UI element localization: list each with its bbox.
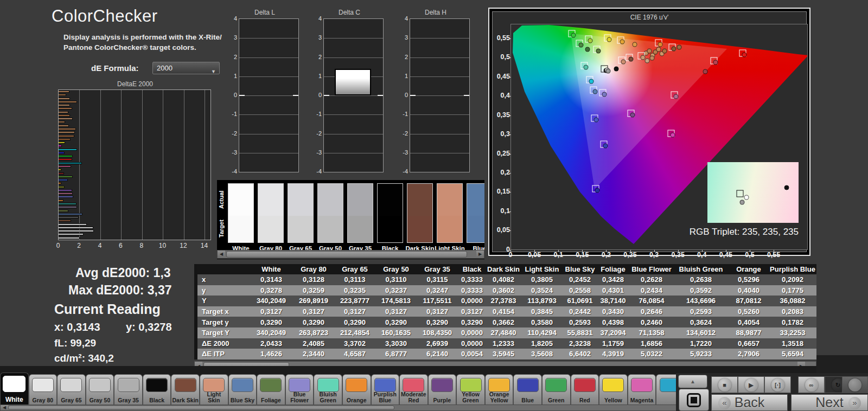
swatch-strip-scrollbar[interactable]: ◀ ▶ [217,250,484,259]
patch-tab-gray-35[interactable]: Gray 35 [114,374,143,404]
back-button-label: Back [735,395,765,410]
patch-tab-red[interactable]: Red [571,374,599,404]
table-cell: 0,2460 [629,318,674,326]
patch-tab-gray-50[interactable]: Gray 50 [86,374,114,404]
table-cell: 2,6939 [417,339,458,348]
blank-button[interactable] [842,376,868,393]
measured-circle [571,33,576,38]
table-cell: 134,6012 [674,329,728,337]
column-header: Light Skin [521,265,563,273]
patch-tab-yellow-green[interactable]: Yellow Green [456,374,485,404]
patch-tab-gray-65[interactable]: Gray 65 [57,374,86,404]
corner-filler [816,355,868,374]
patch-tab-orange[interactable]: Orange [342,374,371,404]
patch-color-chip [488,378,510,392]
row-label: x [197,275,250,284]
row-label: ΔE 2000 [197,339,250,348]
gridline [205,90,205,240]
scroll-right-icon[interactable]: ▶ [476,251,484,258]
patch-tab-black[interactable]: Black [143,374,171,404]
delta-e-bar [59,227,93,229]
white-point-prev-circle [739,200,744,204]
patch-tab-purple[interactable]: Purple [428,374,457,404]
cie-plot-area: RGB Triplet: 235, 235, 235 [510,24,808,250]
table-cell: 0,4154 [486,307,521,316]
patch-color-chip [374,378,396,392]
play-button[interactable]: ▶ [738,376,764,393]
cie-x-tick-label: 0,1 [553,251,563,259]
patch-tab-blue[interactable]: Blue [513,374,542,404]
patch-tab-magenta[interactable]: Magenta [628,374,656,404]
patch-tab-purplish-blue[interactable]: Purplish Blue [371,374,400,404]
scrollbar-thumb[interactable] [8,406,394,410]
interval-button[interactable]: [·] [764,376,791,393]
measured-circle [640,55,645,60]
gridline [239,76,298,77]
back-button[interactable]: « Back [711,394,788,411]
cie-y-tick-mark [509,154,511,155]
zero-line-tick [378,95,383,96]
table-cell: 0,2593 [563,318,597,326]
y-tick-label: 3 [400,34,408,41]
patch-tab-foliage[interactable]: Foliage [257,374,285,404]
scroll-left-icon[interactable]: ◀ [218,251,225,258]
gridline [410,95,469,96]
patch-tab-orange-yellow[interactable]: Orange Yellow [485,374,514,404]
patch-tab-moderate-red[interactable]: Moderate Red [399,374,428,404]
patch-tab-light-skin[interactable]: Light Skin [200,374,228,404]
next-button[interactable]: Next » [791,394,868,411]
table-cell: 5,6594 [769,350,816,358]
cie-y-tick-mark [509,211,511,212]
loop-icon: ∞ [805,378,818,391]
de-formula-dropdown[interactable]: 2000 ▼ [152,62,220,74]
table-cell: 0,3602 [486,286,521,294]
stop-button[interactable]: ■ [711,376,738,393]
scrollbar-thumb[interactable] [226,251,467,258]
table-cell: 36,0882 [769,297,816,305]
de-formula-value: 2000 [157,64,173,72]
patch-tab-dark-skin[interactable]: Dark Skin [171,374,200,404]
table-row: ΔE 20002,04332,40853,37023,30302,69390,0… [197,338,816,349]
back-arrow-icon: « [718,397,731,409]
delta-c-chart: Delta C 43210-1-2-3-4 [314,9,385,179]
loop-button[interactable]: ∞ [798,376,825,393]
table-row: ΔE ITP1,46262,34404,65876,87776,21400,00… [197,349,816,359]
cie-x-tick-label: 0,3 [649,251,659,259]
patch-tab-label: White [1,396,28,403]
table-cell: 212,4854 [334,329,375,337]
measured-circle [650,56,655,61]
table-cell: 0,3127 [458,307,486,316]
patch-color-chip [545,378,567,392]
table-cell: 0,4040 [728,286,769,294]
cie-y-tick-label: 0,4 [496,92,510,99]
cie-x-tick-label: 0,4 [697,251,706,259]
cie-x-tick-mark [654,250,655,252]
patch-tab-blue-flower[interactable]: Blue Flower [285,374,314,404]
pattern-window-button[interactable] [679,389,709,411]
patch-tab-white[interactable]: White [0,373,29,404]
gridline [121,90,122,240]
gridline [410,114,469,115]
gridline [239,153,298,153]
patch-color-chip [460,378,482,392]
patch-tab-green[interactable]: Green [542,374,571,404]
patch-tab-blue-sky[interactable]: Blue Sky [228,374,257,404]
cie-x-tick-mark [726,250,726,252]
patch-tab-bluish-green[interactable]: Bluish Green [314,374,342,404]
delta-e-bar [59,98,70,100]
cie-x-tick-mark [702,250,703,252]
patch-color-chip [431,378,453,392]
gridline [239,134,298,134]
collapse-panel-button[interactable]: ▲ [678,375,707,388]
x-tick-label: 10 [159,242,166,249]
swatch-gray-35 [347,183,373,243]
patch-tab-yellow[interactable]: Yellow [599,374,628,404]
patch-tab-gray-80[interactable]: Gray 80 [29,374,58,404]
gridline [239,38,298,38]
y-tick-label: -4 [400,168,408,175]
scroll-left-icon[interactable]: ◀ [1,405,8,410]
patch-color-chip [89,378,111,392]
cie-y-tick-label: 0,25 [496,150,510,157]
tab-strip-scrollbar[interactable]: ◀ ▶ [0,404,685,411]
patch-color-chip [574,378,596,392]
